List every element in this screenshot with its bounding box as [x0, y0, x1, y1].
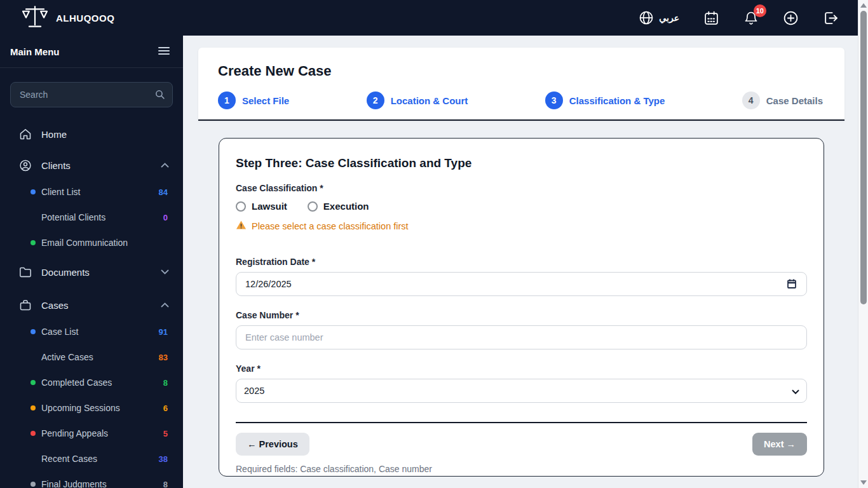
- sidebar-subitem-label: Active Cases: [41, 352, 153, 362]
- sidebar-item-active-cases[interactable]: Active Cases 83: [0, 344, 183, 370]
- sidebar-nav: Home Clients: [0, 120, 183, 488]
- radio-lawsuit[interactable]: Lawsuit: [236, 201, 287, 212]
- step-select-file[interactable]: 1 Select File: [218, 92, 289, 109]
- sidebar-collapse-button[interactable]: [158, 46, 170, 58]
- count-badge: 8: [163, 480, 168, 488]
- wizard-header-card: Create New Case 1 Select File 2 Location…: [198, 48, 844, 121]
- classification-radio-group: Lawsuit Execution: [236, 201, 807, 212]
- app-root: ALHUQOOQ عربي: [0, 0, 868, 488]
- calendar-button[interactable]: [703, 10, 719, 26]
- chevron-up-icon: [161, 163, 169, 168]
- sidebar-subitem-label: Client List: [41, 187, 153, 197]
- step-label: Classification & Type: [569, 95, 665, 106]
- page-scrollbar[interactable]: [858, 0, 868, 488]
- sidebar-title: Main Menu: [10, 46, 60, 57]
- chevron-up-icon: [161, 302, 169, 308]
- radio-circle[interactable]: [236, 201, 246, 212]
- radio-circle[interactable]: [308, 201, 318, 212]
- sidebar-item-clients[interactable]: Clients: [0, 151, 183, 179]
- sidebar-item-cases[interactable]: Cases: [0, 291, 183, 319]
- main-content: Create New Case 1 Select File 2 Location…: [183, 36, 858, 488]
- folder-icon: [19, 266, 32, 278]
- briefcase-icon: [19, 299, 32, 311]
- sidebar-item-case-list[interactable]: Case List 91: [0, 319, 183, 344]
- scrollbar-down-arrow[interactable]: [860, 480, 867, 485]
- count-badge: 91: [159, 327, 168, 337]
- top-header-bar: ALHUQOOQ عربي: [0, 0, 858, 36]
- count-badge: 6: [163, 403, 168, 413]
- step-label: Location & Court: [391, 95, 468, 106]
- brand[interactable]: ALHUQOOQ: [22, 4, 114, 31]
- sidebar-item-potential-clients[interactable]: Potential Clients 0: [0, 205, 183, 230]
- count-badge: 84: [159, 187, 168, 197]
- count-badge: 38: [159, 454, 168, 464]
- clients-icon: [19, 159, 32, 172]
- sidebar-subitem-label: Case List: [41, 327, 153, 337]
- scales-of-justice-icon: [22, 4, 48, 31]
- sidebar-header: Main Menu: [0, 36, 183, 68]
- chevron-down-icon: [161, 269, 169, 274]
- form-heading: Step Three: Case Classification and Type: [236, 156, 807, 170]
- status-dot: [31, 329, 36, 334]
- step-label: Select File: [242, 95, 289, 106]
- wizard-buttons-row: ← Previous Next →: [236, 433, 807, 456]
- topbar-actions: عربي: [639, 10, 839, 26]
- status-dot: [31, 240, 36, 245]
- step-classification-type[interactable]: 3 Classification & Type: [545, 92, 665, 109]
- search-icon: [154, 89, 165, 102]
- case-classification-label: Case Classification *: [236, 183, 807, 193]
- radio-label: Execution: [323, 201, 369, 212]
- radio-label: Lawsuit: [252, 201, 287, 212]
- status-dot: [31, 431, 36, 436]
- step-location-court[interactable]: 2 Location & Court: [367, 92, 468, 109]
- next-button[interactable]: Next →: [752, 433, 807, 456]
- notifications-button[interactable]: 10: [743, 10, 759, 26]
- registration-date-input[interactable]: [236, 272, 807, 296]
- sidebar-item-label: Documents: [41, 267, 151, 278]
- previous-button[interactable]: ← Previous: [236, 433, 309, 456]
- sidebar-subitem-label: Upcoming Sessions: [41, 403, 158, 413]
- search-input[interactable]: [10, 82, 173, 107]
- step-number: 1: [218, 92, 236, 109]
- language-label: عربي: [659, 13, 679, 23]
- sidebar-item-pending-appeals[interactable]: Pending Appeals 5: [0, 421, 183, 446]
- scrollbar-up-arrow[interactable]: [860, 3, 867, 8]
- sidebar-subitem-label: Pending Appeals: [41, 428, 158, 438]
- classification-warning: Please select a case classification firs…: [236, 220, 807, 233]
- logout-icon: [823, 10, 839, 26]
- year-label: Year *: [236, 363, 807, 374]
- status-dot: [31, 215, 36, 220]
- step-number: 2: [367, 92, 384, 109]
- step-number: 4: [742, 92, 760, 109]
- add-new-button[interactable]: [783, 10, 799, 26]
- case-number-input[interactable]: [236, 325, 807, 349]
- year-select[interactable]: 2025: [236, 379, 807, 403]
- sidebar-item-completed-cases[interactable]: Completed Cases 8: [0, 370, 183, 395]
- step-case-details[interactable]: 4 Case Details: [742, 92, 823, 109]
- registration-date-label: Registration Date *: [236, 257, 807, 267]
- step-label: Case Details: [766, 95, 823, 106]
- status-dot: [31, 482, 36, 487]
- sidebar-item-home[interactable]: Home: [0, 120, 183, 148]
- status-dot: [31, 405, 36, 410]
- page-title: Create New Case: [218, 63, 823, 79]
- home-icon: [19, 128, 32, 140]
- sidebar-subitem-label: Final Judgments: [41, 479, 158, 488]
- sidebar-item-recent-cases[interactable]: Recent Cases 38: [0, 446, 183, 471]
- brand-name: ALHUQOOQ: [56, 13, 114, 24]
- notification-count-badge: 10: [754, 4, 766, 17]
- case-number-label: Case Number *: [236, 310, 807, 320]
- step-three-form-card: Step Three: Case Classification and Type…: [219, 138, 824, 477]
- calendar-icon: [703, 10, 719, 26]
- logout-button[interactable]: [823, 10, 839, 26]
- sidebar-item-upcoming-sessions[interactable]: Upcoming Sessions 6: [0, 395, 183, 421]
- sidebar-item-email-communication[interactable]: Email Communication: [0, 230, 183, 255]
- sidebar-item-documents[interactable]: Documents: [0, 258, 183, 286]
- sidebar-item-final-judgments[interactable]: Final Judgments 8: [0, 471, 183, 488]
- scrollbar-thumb[interactable]: [860, 11, 867, 304]
- language-toggle-button[interactable]: عربي: [639, 10, 679, 25]
- count-badge: 83: [159, 353, 168, 362]
- sidebar-item-client-list[interactable]: Client List 84: [0, 179, 183, 205]
- radio-execution[interactable]: Execution: [308, 201, 369, 212]
- sidebar-item-label: Home: [41, 129, 169, 140]
